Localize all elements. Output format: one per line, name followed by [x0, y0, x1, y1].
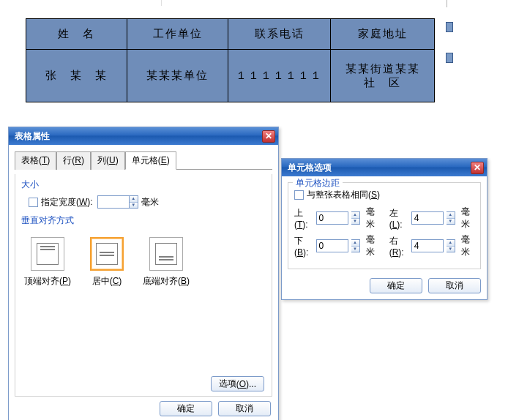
tab-column[interactable]: 列(U)	[91, 151, 125, 170]
margin-top-label: 上(T):	[294, 207, 313, 230]
tab-bar: 表格(T) 行(R) 列(U) 单元格(E)	[15, 151, 272, 170]
width-unit: 毫米	[141, 196, 159, 209]
ok-button[interactable]: 确定	[160, 401, 212, 416]
specify-width-checkbox[interactable]	[29, 198, 38, 207]
table-data-cell[interactable]: 张 某 某	[26, 50, 127, 102]
row-marker-icon[interactable]	[446, 22, 453, 32]
valign-center-button[interactable]: 居中(C)	[90, 237, 124, 288]
width-input[interactable]	[97, 195, 130, 209]
dialog-title: 表格属性	[15, 130, 50, 143]
titlebar[interactable]: 单元格选项 ✕	[282, 159, 487, 176]
margin-left-label: 左(L):	[389, 207, 408, 230]
titlebar[interactable]: 表格属性 ✕	[9, 127, 278, 145]
cell-margins-legend: 单元格边距	[293, 177, 343, 190]
table-row: 姓 名 工作单位 联系电话 家庭地址	[26, 19, 435, 50]
cell-margins-group: 单元格边距 与整张表格相同(S) 上(T): ▲▼ 毫米 左(L): ▲▼ 毫米…	[288, 182, 481, 269]
margin-left-input[interactable]	[411, 211, 444, 225]
unit-label: 毫米	[366, 233, 379, 258]
margin-top-spinner[interactable]: ▲▼	[351, 211, 360, 225]
table-header-cell[interactable]: 联系电话	[228, 19, 331, 50]
valign-bottom-label: 底端对齐(B)	[143, 275, 190, 288]
margin-left-spinner[interactable]: ▲▼	[447, 211, 455, 225]
specify-width-label: 指定宽度(W):	[41, 196, 93, 209]
same-as-table-label: 与整张表格相同(S)	[307, 189, 380, 201]
table-header-cell[interactable]: 姓 名	[26, 19, 127, 50]
tab-row[interactable]: 行(R)	[56, 151, 91, 170]
cell-options-dialog: 单元格选项 ✕ 单元格边距 与整张表格相同(S) 上(T): ▲▼ 毫米 左(L…	[281, 158, 488, 300]
table-data-cell[interactable]: 某某街道某某 社 区	[331, 50, 435, 102]
cancel-button[interactable]: 取消	[428, 278, 481, 293]
tab-cell[interactable]: 单元格(E)	[125, 151, 176, 170]
table-row: 张 某 某 某某某单位 １１１１１１１ 某某街道某某 社 区	[26, 50, 435, 102]
ruler-tick	[447, 0, 447, 7]
unit-label: 毫米	[366, 206, 379, 230]
table-data-cell[interactable]: １１１１１１１	[228, 50, 331, 102]
close-icon: ✕	[474, 162, 481, 173]
valign-bottom-button[interactable]: 底端对齐(B)	[143, 237, 190, 288]
unit-label: 毫米	[461, 233, 474, 258]
table-header-cell[interactable]: 家庭地址	[331, 19, 435, 50]
width-spinner[interactable]: ▲▼	[130, 195, 138, 209]
spin-up-icon: ▲	[130, 196, 138, 203]
margin-right-label: 右(R):	[389, 235, 408, 258]
close-button[interactable]: ✕	[262, 130, 275, 143]
table-properties-dialog: 表格属性 ✕ 表格(T) 行(R) 列(U) 单元格(E) 大小 指定宽度(W)…	[8, 127, 279, 420]
same-as-table-checkbox[interactable]	[294, 190, 304, 200]
valign-top-label: 顶端对齐(P)	[24, 275, 71, 288]
table-data-cell[interactable]: 某某某单位	[127, 50, 228, 102]
table-header-cell[interactable]: 工作单位	[127, 19, 228, 50]
ok-button[interactable]: 确定	[370, 278, 422, 293]
unit-label: 毫米	[461, 206, 474, 230]
tab-table[interactable]: 表格(T)	[15, 151, 56, 170]
margin-right-input[interactable]	[411, 239, 444, 252]
size-section-header: 大小	[21, 177, 266, 194]
spin-down-icon: ▼	[130, 203, 138, 209]
close-button[interactable]: ✕	[471, 162, 484, 174]
row-marker-icon[interactable]	[446, 53, 453, 63]
options-button[interactable]: 选项(O)...	[211, 376, 264, 391]
close-icon: ✕	[265, 131, 272, 141]
cancel-button[interactable]: 取消	[218, 401, 271, 416]
margin-top-input[interactable]	[316, 211, 348, 225]
margin-bottom-input[interactable]	[316, 239, 348, 252]
ruler-tick	[161, 0, 162, 6]
margin-right-spinner[interactable]: ▲▼	[447, 239, 455, 252]
dialog-title: 单元格选项	[288, 162, 332, 174]
valign-top-button[interactable]: 顶端对齐(P)	[24, 237, 71, 288]
valign-section-header: 垂直对齐方式	[21, 213, 266, 230]
valign-center-label: 居中(C)	[90, 275, 124, 288]
margin-bottom-spinner[interactable]: ▲▼	[351, 239, 360, 252]
margin-bottom-label: 下(B):	[294, 235, 313, 258]
document-table[interactable]: 姓 名 工作单位 联系电话 家庭地址 张 某 某 某某某单位 １１１１１１１ 某…	[26, 18, 435, 102]
